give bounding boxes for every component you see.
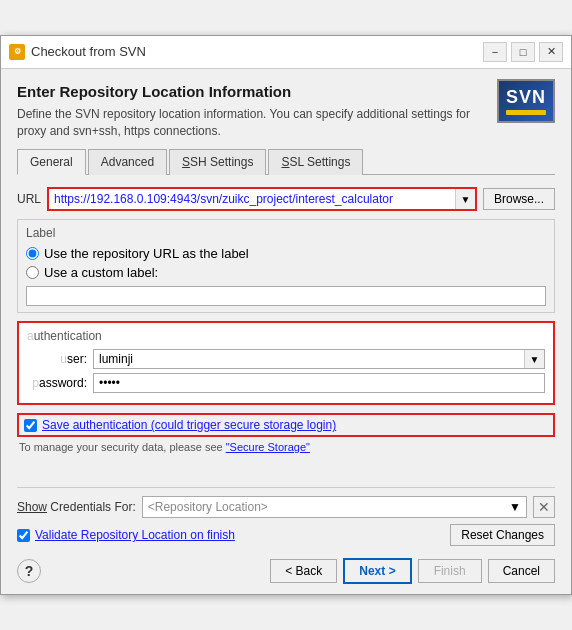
- user-input-wrapper: ▼: [93, 349, 545, 369]
- secure-storage-row: To manage your security data, please see…: [17, 441, 555, 453]
- page-title: Enter Repository Location Information: [17, 83, 555, 100]
- url-input-wrapper: ▼: [47, 187, 477, 211]
- user-row: user: ▼: [27, 349, 545, 369]
- validate-row: Validate Repository Location on finish R…: [17, 524, 555, 546]
- show-creds-label-text: Show: [17, 500, 47, 514]
- use-custom-radio[interactable]: [26, 266, 39, 279]
- credentials-dropdown[interactable]: <Repository Location> ▼: [142, 496, 527, 518]
- window-controls: − □ ✕: [483, 42, 563, 62]
- svn-logo-text: SVN: [506, 87, 546, 108]
- tab-ssh-settings[interactable]: SSH Settings: [169, 149, 266, 175]
- bottom-section: Show Credentials For: <Repository Locati…: [17, 487, 555, 584]
- close-button[interactable]: ✕: [539, 42, 563, 62]
- url-row: URL ▼ Browse...: [17, 187, 555, 211]
- validate-checkbox[interactable]: [17, 529, 30, 542]
- secure-storage-text: To manage your security data, please see: [19, 441, 226, 453]
- url-dropdown-button[interactable]: ▼: [455, 189, 475, 209]
- checkout-svn-window: ⚙ Checkout from SVN − □ ✕ SVN Enter Repo…: [0, 35, 572, 596]
- url-input[interactable]: [49, 189, 455, 209]
- label-section: Label Use the repository URL as the labe…: [17, 219, 555, 313]
- password-row: password:: [27, 373, 545, 393]
- use-repo-url-label: Use the repository URL as the label: [44, 246, 249, 261]
- tab-ssl-settings[interactable]: SSL Settings: [268, 149, 363, 175]
- title-bar: ⚙ Checkout from SVN − □ ✕: [1, 36, 571, 69]
- label-section-title: Label: [26, 226, 546, 240]
- button-row: ? < Back Next > Finish Cancel: [17, 554, 555, 584]
- back-button[interactable]: < Back: [270, 559, 337, 583]
- use-custom-label: Use a custom label:: [44, 265, 158, 280]
- user-label: user:: [27, 352, 87, 366]
- save-auth-checkbox[interactable]: [24, 419, 37, 432]
- validate-left: Validate Repository Location on finish: [17, 528, 235, 542]
- use-custom-label-row: Use a custom label:: [26, 265, 546, 280]
- custom-label-input[interactable]: [26, 286, 546, 306]
- auth-section: authentication user: ▼ password:: [17, 321, 555, 405]
- reset-changes-button[interactable]: Reset Changes: [450, 524, 555, 546]
- help-button[interactable]: ?: [17, 559, 41, 583]
- spacer: [17, 455, 555, 483]
- window-icon: ⚙: [9, 44, 25, 60]
- secure-storage-link[interactable]: "Secure Storage": [226, 441, 310, 453]
- use-repo-url-radio[interactable]: [26, 247, 39, 260]
- maximize-button[interactable]: □: [511, 42, 535, 62]
- url-label: URL: [17, 192, 41, 206]
- main-content: SVN Enter Repository Location Informatio…: [1, 69, 571, 595]
- tab-advanced[interactable]: Advanced: [88, 149, 167, 175]
- show-creds-row: Show Credentials For: <Repository Locati…: [17, 496, 555, 518]
- save-auth-row: Save authentication (could trigger secur…: [17, 413, 555, 437]
- tab-ssl-label: SSL Settings: [281, 155, 350, 169]
- show-creds-label: Show Credentials For:: [17, 500, 136, 514]
- window-title: Checkout from SVN: [31, 44, 477, 59]
- clear-credentials-button[interactable]: ✕: [533, 496, 555, 518]
- save-auth-label[interactable]: Save authentication (could trigger secur…: [42, 418, 336, 432]
- svn-logo-bar: [506, 110, 546, 115]
- user-dropdown-button[interactable]: ▼: [524, 350, 544, 368]
- validate-label[interactable]: Validate Repository Location on finish: [35, 528, 235, 542]
- password-input[interactable]: [94, 374, 544, 392]
- auth-title: authentication: [27, 329, 545, 343]
- password-label: password:: [27, 376, 87, 390]
- use-repo-url-row: Use the repository URL as the label: [26, 246, 546, 261]
- tab-advanced-label: Advanced: [101, 155, 154, 169]
- password-input-wrapper: [93, 373, 545, 393]
- tab-general-label: General: [30, 155, 73, 169]
- header-description: Define the SVN repository location infor…: [17, 106, 555, 140]
- svn-logo: SVN: [497, 79, 555, 123]
- minimize-button[interactable]: −: [483, 42, 507, 62]
- tab-bar: General Advanced SSH Settings SSL Settin…: [17, 149, 555, 175]
- creds-dropdown-arrow: ▼: [509, 500, 521, 514]
- credentials-dropdown-value: <Repository Location>: [148, 500, 268, 514]
- tab-general[interactable]: General: [17, 149, 86, 175]
- cancel-button[interactable]: Cancel: [488, 559, 555, 583]
- user-input[interactable]: [94, 350, 524, 368]
- next-button[interactable]: Next >: [343, 558, 411, 584]
- browse-button[interactable]: Browse...: [483, 188, 555, 210]
- header-section: SVN Enter Repository Location Informatio…: [17, 83, 555, 140]
- finish-button[interactable]: Finish: [418, 559, 482, 583]
- tab-ssh-label: SSH Settings: [182, 155, 253, 169]
